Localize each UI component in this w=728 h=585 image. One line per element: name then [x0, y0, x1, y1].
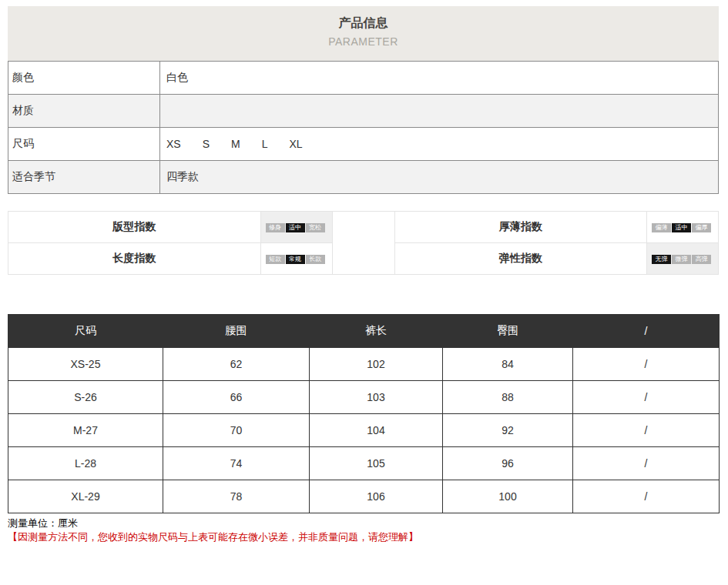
index-spacer: [332, 212, 394, 275]
size-chart-cell: 66: [163, 381, 310, 414]
footer-notes: 测量单位：厘米 【因测量方法不同，您收到的实物尺码与上表可能存在微小误差，并非质…: [8, 516, 719, 544]
size-chart-cell: /: [573, 348, 720, 381]
attribute-table-body: 颜色白色材质尺码XSSMLXL适合季节四季款: [8, 62, 719, 194]
size-chart-header-cell: 腰围: [163, 315, 310, 348]
page-title: 产品信息: [8, 15, 719, 32]
size-chart-cell: /: [573, 381, 720, 414]
size-chart-cell: 92: [443, 414, 573, 447]
size-chart-header-cell: 臀围: [443, 315, 573, 348]
attribute-row: 适合季节四季款: [8, 161, 719, 194]
index-badge: 适中: [286, 223, 305, 232]
size-chart-cell: 88: [443, 381, 573, 414]
attribute-row: 材质: [8, 95, 719, 128]
size-chart-cell: XS-25: [8, 348, 163, 381]
size-chart-cell: 100: [443, 480, 573, 513]
size-chart-header-cell: 裤长: [310, 315, 443, 348]
size-chart-cell: 70: [163, 414, 310, 447]
index-badge: 常规: [286, 255, 305, 264]
size-chart-row: S-266610388/: [8, 381, 720, 414]
attribute-table: 颜色白色材质尺码XSSMLXL适合季节四季款: [8, 61, 719, 194]
size-chart-cell: /: [573, 447, 720, 480]
attribute-value: 四季款: [160, 161, 719, 194]
index-badge: 偏厚: [692, 223, 711, 232]
size-chart-row: M-277010492/: [8, 414, 720, 447]
size-option: XS: [166, 138, 181, 150]
size-option: XL: [290, 138, 303, 150]
index-label: 版型指数: [8, 212, 261, 243]
product-info-header: 产品信息 PARAMETER: [8, 6, 719, 61]
index-badges: 短款常规长款: [260, 243, 332, 275]
index-label: 厚薄指数: [394, 212, 647, 243]
size-chart-row: L-287410596/: [8, 447, 720, 480]
index-table: 版型指数修身适中宽松厚薄指数偏薄适中偏厚长度指数短款常规长款弹性指数无弹微弹高弹: [8, 211, 719, 275]
size-option: L: [262, 138, 268, 150]
page-subtitle: PARAMETER: [8, 35, 719, 48]
size-chart-row: XS-256210284/: [8, 348, 720, 381]
size-chart-cell: /: [573, 414, 720, 447]
size-chart-cell: M-27: [8, 414, 163, 447]
size-chart-table: 尺码腰围裤长臀围/ XS-256210284/S-266610388/M-277…: [8, 314, 720, 513]
index-badge: 宽松: [306, 223, 325, 232]
size-chart-cell: 104: [310, 414, 443, 447]
size-chart-cell: 106: [310, 480, 443, 513]
index-badges: 修身适中宽松: [260, 212, 332, 243]
index-badges: 无弹微弹高弹: [647, 243, 719, 275]
index-badge: 长款: [306, 255, 325, 264]
attribute-value: 白色: [160, 62, 719, 95]
size-option: S: [203, 138, 210, 150]
attribute-row: 尺码XSSMLXL: [8, 128, 719, 161]
attribute-label: 材质: [8, 95, 160, 128]
size-chart-header-cell: 尺码: [8, 315, 163, 348]
measure-unit-note: 测量单位：厘米: [8, 516, 719, 530]
size-chart-cell: 62: [163, 348, 310, 381]
index-badge: 适中: [672, 223, 691, 232]
size-chart-header-cell: /: [573, 315, 720, 348]
attribute-value: [160, 95, 719, 128]
index-badge: 短款: [266, 255, 285, 264]
size-chart-body: XS-256210284/S-266610388/M-277010492/L-2…: [8, 348, 720, 513]
product-parameter-page: 产品信息 PARAMETER 颜色白色材质尺码XSSMLXL适合季节四季款 版型…: [8, 6, 719, 544]
size-chart-cell: 84: [443, 348, 573, 381]
size-chart-cell: 102: [310, 348, 443, 381]
size-option: M: [231, 138, 240, 150]
index-badge: 修身: [266, 223, 285, 232]
size-chart-header-row: 尺码腰围裤长臀围/: [8, 315, 720, 348]
index-badge: 高弹: [692, 255, 711, 264]
size-chart-cell: L-28: [8, 447, 163, 480]
index-label: 长度指数: [8, 243, 261, 275]
attribute-value: XSSMLXL: [160, 128, 719, 161]
attribute-label: 颜色: [8, 62, 160, 95]
index-badge: 偏薄: [652, 223, 671, 232]
size-chart-cell: XL-29: [8, 480, 163, 513]
attribute-row: 颜色白色: [8, 62, 719, 95]
attribute-label: 尺码: [8, 128, 160, 161]
size-chart-cell: /: [573, 480, 720, 513]
index-label: 弹性指数: [394, 243, 647, 275]
tolerance-note: 【因测量方法不同，您收到的实物尺码与上表可能存在微小误差，并非质量问题，请您理解…: [8, 530, 719, 544]
size-chart-cell: 103: [310, 381, 443, 414]
index-badges: 偏薄适中偏厚: [647, 212, 719, 243]
size-chart-cell: S-26: [8, 381, 163, 414]
size-chart-cell: 105: [310, 447, 443, 480]
index-table-body: 版型指数修身适中宽松厚薄指数偏薄适中偏厚长度指数短款常规长款弹性指数无弹微弹高弹: [8, 212, 719, 275]
index-badge: 微弹: [672, 255, 691, 264]
size-chart-cell: 96: [443, 447, 573, 480]
size-chart-cell: 78: [163, 480, 310, 513]
size-chart-cell: 74: [163, 447, 310, 480]
attribute-label: 适合季节: [8, 161, 160, 194]
index-badge: 无弹: [652, 255, 671, 264]
index-row: 版型指数修身适中宽松厚薄指数偏薄适中偏厚: [8, 212, 719, 243]
size-chart-row: XL-2978106100/: [8, 480, 720, 513]
